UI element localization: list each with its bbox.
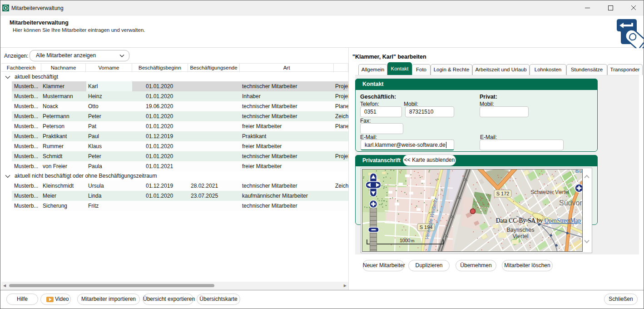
svg-text:OpenStreetMap: OpenStreetMap	[545, 217, 581, 224]
svg-text:m: m	[411, 239, 415, 243]
svg-text:S 172: S 172	[496, 191, 510, 196]
svg-text:Südvors: Südvors	[559, 199, 583, 207]
svg-text:1000: 1000	[400, 238, 411, 243]
svg-text:Data CC-By-SA by: Data CC-By-SA by	[496, 217, 543, 224]
svg-text:Viertel: Viertel	[512, 233, 528, 239]
svg-text:Brü: Brü	[575, 169, 582, 174]
svg-text:Bayrisches: Bayrisches	[506, 227, 534, 233]
svg-text:Schweizer Viertel: Schweizer Viertel	[531, 189, 569, 195]
